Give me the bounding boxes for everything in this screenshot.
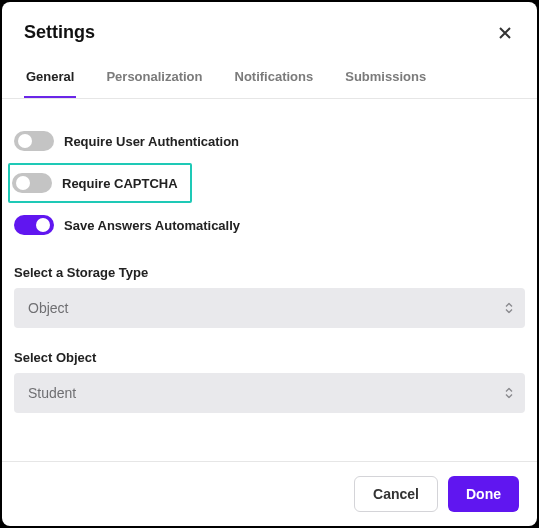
modal-footer: Cancel Done xyxy=(2,461,537,526)
toggle-autosave[interactable] xyxy=(14,215,54,235)
tab-submissions[interactable]: Submissions xyxy=(343,57,428,98)
close-button[interactable] xyxy=(495,23,515,43)
toggle-row-autosave: Save Answers Automatically xyxy=(12,207,527,243)
field-storage-type: Select a Storage Type Object xyxy=(12,265,527,328)
toggle-knob xyxy=(36,218,50,232)
tab-content-general: Require User Authentication Require CAPT… xyxy=(2,99,537,461)
tabs-bar: General Personalization Notifications Su… xyxy=(2,57,537,99)
toggle-captcha-label: Require CAPTCHA xyxy=(62,176,178,191)
field-object: Select Object Student xyxy=(12,350,527,413)
toggle-knob xyxy=(16,176,30,190)
modal-title: Settings xyxy=(24,22,95,43)
toggle-row-captcha: Require CAPTCHA xyxy=(8,163,192,203)
storage-type-label: Select a Storage Type xyxy=(14,265,525,280)
tab-personalization[interactable]: Personalization xyxy=(104,57,204,98)
tab-notifications[interactable]: Notifications xyxy=(233,57,316,98)
chevron-updown-icon xyxy=(505,388,513,399)
chevron-updown-icon xyxy=(505,303,513,314)
close-icon xyxy=(497,25,513,41)
toggle-auth-label: Require User Authentication xyxy=(64,134,239,149)
toggle-knob xyxy=(18,134,32,148)
done-button[interactable]: Done xyxy=(448,476,519,512)
settings-modal: Settings General Personalization Notific… xyxy=(2,2,537,526)
object-label: Select Object xyxy=(14,350,525,365)
toggle-autosave-label: Save Answers Automatically xyxy=(64,218,240,233)
toggle-auth[interactable] xyxy=(14,131,54,151)
modal-header: Settings xyxy=(2,2,537,57)
storage-type-select[interactable]: Object xyxy=(14,288,525,328)
toggle-row-auth: Require User Authentication xyxy=(12,123,527,159)
tab-general[interactable]: General xyxy=(24,57,76,98)
object-select[interactable]: Student xyxy=(14,373,525,413)
storage-type-value: Object xyxy=(28,300,68,316)
object-value: Student xyxy=(28,385,76,401)
toggle-captcha[interactable] xyxy=(12,173,52,193)
cancel-button[interactable]: Cancel xyxy=(354,476,438,512)
